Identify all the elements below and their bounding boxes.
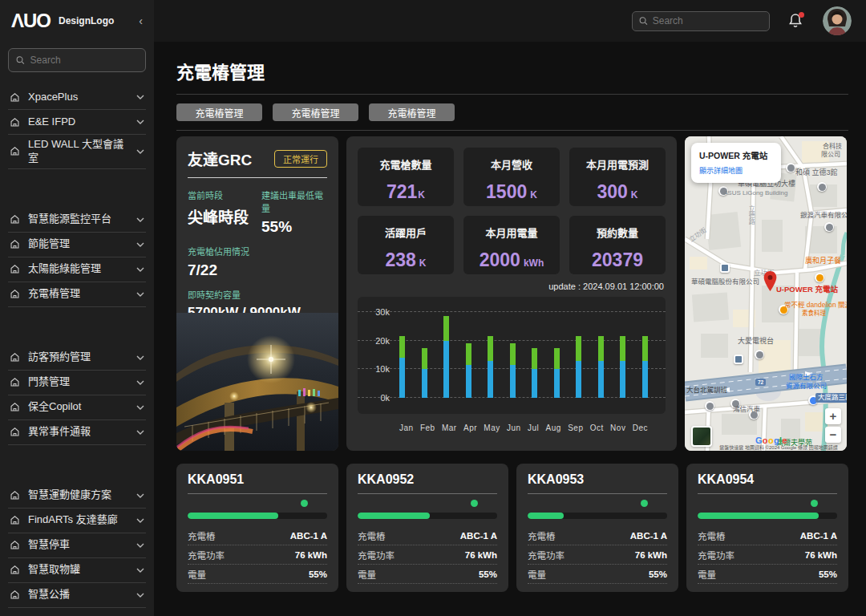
sidebar-item[interactable]: 異常事件通報 [8, 420, 146, 445]
bar-Oct [598, 306, 604, 398]
charger-id: KKA0951 [188, 472, 327, 487]
stat-tile: 本月用電量2000kWh [463, 216, 560, 274]
sidebar-item[interactable]: 訪客預約管理 [8, 346, 146, 371]
stat-tile: 本月營收1500K [463, 148, 560, 206]
sidebar-collapse-icon[interactable]: ‹ [136, 14, 146, 27]
sidebar-item[interactable]: XpacePlus [8, 85, 146, 110]
chevron-down-icon [136, 593, 144, 598]
charger-detail-rows: 充電樁ABC-1 A充電功率76 kWh電量55% [698, 526, 837, 584]
row-value: ABC-1 A [630, 531, 667, 541]
tab-3[interactable]: 充電樁管理 [369, 103, 455, 121]
charge-progress-bar [188, 513, 327, 519]
map-zoom-in-button[interactable]: + [825, 408, 841, 424]
stats-card: 充電槍數量721K本月營收1500K本月用電預測300K活躍用戶238K本月用電… [346, 136, 677, 451]
bar-segment-lower [620, 361, 625, 398]
avatar[interactable] [823, 6, 852, 35]
sidebar-item-label: 智慧運動健康方案 [28, 488, 128, 502]
status-dot-row [528, 500, 667, 507]
sidebar-item-label: 節能管理 [28, 237, 128, 251]
home-icon [10, 377, 20, 387]
bar-segment-upper [532, 348, 537, 370]
update-timestamp: update : 2024.09.01 12:00:00 [359, 282, 664, 291]
tab-2[interactable]: 充電樁管理 [273, 103, 358, 121]
charger-detail-row: 充電樁ABC-1 A [188, 526, 327, 545]
divider [176, 130, 848, 131]
home-icon [10, 540, 20, 550]
sidebar-item[interactable]: LED WALL 大型會議室 [8, 135, 146, 169]
auo-logo: ΛUO [11, 10, 51, 32]
sidebar-item[interactable]: 太陽能綠能管理 [8, 257, 146, 282]
sidebar-item[interactable]: 智慧能源監控平台 [8, 208, 146, 233]
bar-Feb [422, 306, 427, 398]
map-detail-link[interactable]: 顯示詳細地圖 [699, 165, 743, 176]
stat-tile: 預約數量20379 [569, 216, 666, 274]
charger-detail-row: 電量55% [358, 565, 497, 584]
row-value: 55% [309, 569, 327, 579]
main-content: 充電樁管理 充電樁管理充電樁管理充電樁管理 友達GRC 正常運行 當前時段尖峰時… [154, 42, 866, 616]
bar-Jul [532, 306, 537, 398]
topbar-search[interactable] [632, 11, 770, 31]
tab-1[interactable]: 充電樁管理 [176, 103, 262, 121]
chevron-down-icon [136, 568, 144, 573]
map-zoom-out-button[interactable]: − [825, 427, 841, 443]
divider [188, 493, 327, 494]
sidebar-item[interactable]: E&E IFPD [8, 110, 146, 135]
stat-value: 20379 [569, 249, 666, 271]
sidebar-item[interactable]: 節能管理 [8, 233, 146, 257]
sidebar-search-input[interactable] [30, 55, 138, 66]
sidebar-item[interactable]: 智慧停車 [8, 533, 146, 558]
sidebar-item[interactable]: 充電樁管理 [8, 282, 146, 307]
chevron-down-icon [136, 242, 144, 247]
row-value: ABC-1 A [290, 531, 327, 541]
sidebar-item-label: LED WALL 大型會議室 [28, 138, 128, 165]
sidebar-item[interactable]: 智慧公播 [8, 583, 146, 608]
sidebar-search[interactable] [8, 48, 146, 72]
sidebar-item-label: 智慧能源監控平台 [28, 213, 128, 226]
sidebar-item[interactable]: 門禁管理 [8, 371, 146, 395]
stat-label: 充電槍數量 [358, 156, 454, 172]
sidebar-item[interactable]: 保全Copilot [8, 395, 146, 420]
home-icon [10, 565, 20, 575]
map-label: 廣和月子餐 [805, 257, 841, 265]
charge-progress-bar [698, 513, 837, 519]
charger-cards-row: KKA0951充電樁ABC-1 A充電功率76 kWh電量55%KKA0952充… [176, 464, 848, 592]
stat-value: 238K [358, 249, 454, 271]
sidebar-item[interactable]: 智慧運動健康方案 [8, 484, 146, 509]
map-pin-icon[interactable] [763, 271, 777, 294]
station-photo [176, 313, 338, 451]
row-label: 電量 [698, 568, 716, 581]
chevron-down-icon [136, 217, 144, 222]
sidebar-group-spacer [8, 445, 146, 484]
home-icon [10, 515, 20, 525]
tab-bar: 充電樁管理充電樁管理充電樁管理 [176, 95, 848, 130]
station-field: 建議出車最低電量55% [261, 188, 327, 236]
sidebar-item[interactable]: 智慧取物罐 [8, 558, 146, 583]
topbar-search-input[interactable] [653, 15, 763, 26]
chevron-down-icon [136, 355, 144, 360]
row-value: ABC-1 A [460, 531, 497, 541]
topbar: ΛUO DesignLogo ‹ [0, 0, 866, 42]
notifications-button[interactable] [787, 12, 805, 30]
charge-progress-bar [528, 513, 667, 519]
stat-value: 721K [358, 181, 454, 203]
map-info-title: U-POWER 充電站 [699, 149, 773, 161]
charger-id: KKA0953 [528, 472, 667, 487]
stat-tile: 活躍用戶238K [358, 216, 454, 274]
map-satellite-thumbnail[interactable] [691, 426, 712, 447]
map-label: 和碩 立德3館 [795, 168, 838, 176]
field-value: 7/22 [188, 261, 327, 279]
bar-segment-lower [642, 361, 648, 398]
row-value: 76 kWh [295, 550, 327, 560]
stat-unit: K [418, 189, 425, 201]
map-label: 資源有限公司 [786, 383, 827, 391]
home-icon [10, 590, 20, 600]
sidebar-item-label: XpacePlus [28, 91, 128, 104]
sidebar-item[interactable]: FindARTs 友達藝廊 [8, 509, 146, 533]
row-value: 76 kWh [465, 550, 497, 560]
status-dot [811, 500, 818, 507]
map-card: 72 合科技限公司和碩 立德3館華碩電腦立功大樓ASUS LiGong Buil… [685, 136, 847, 451]
chevron-down-icon [136, 120, 144, 124]
row-label: 充電樁 [698, 529, 726, 542]
bar-segment-lower [466, 365, 471, 398]
bar-segment-upper [510, 343, 516, 365]
